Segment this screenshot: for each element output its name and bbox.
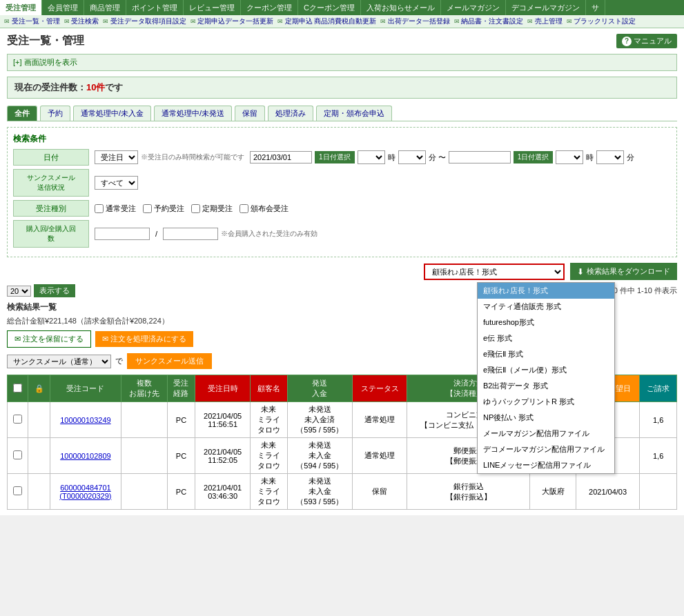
tab-on-hold[interactable]: 保留	[235, 106, 265, 121]
nav-item-mailmag[interactable]: メールマガジン	[441, 0, 506, 15]
time-to-m[interactable]	[596, 150, 624, 164]
manual-button[interactable]: マニュアル	[616, 34, 677, 48]
th-datetime: 受注日時	[195, 375, 250, 402]
dd-item-9[interactable]: メールマガジン配信用ファイル	[478, 426, 614, 441]
status-prefix: 現在の受注件数：	[14, 82, 86, 92]
row3-shipping: 未発送未入金（593 / 595）	[287, 474, 352, 510]
dd-item-8[interactable]: NP後払い 形式	[478, 410, 614, 426]
select-all-checkbox[interactable]	[13, 384, 22, 393]
thanks-mail-search-row: サンクスメール送信状況 すべて	[13, 169, 671, 197]
dd-item-0[interactable]: 顧張れ♪店長！形式	[478, 283, 614, 299]
subnav-order-data-settings[interactable]: 受注データ取得項目設定	[101, 17, 188, 26]
thanks-mail-select[interactable]: サンクスメール（通常）	[7, 355, 111, 368]
subnav-blacklist[interactable]: ブラックリスト設定	[565, 17, 638, 26]
download-button[interactable]: 検索結果をダウンロード	[570, 263, 677, 280]
expand-panel[interactable]: [+] 画面説明を表示	[7, 54, 677, 71]
checkbox-periodic-order[interactable]	[191, 204, 200, 213]
subnav-periodic-bulk[interactable]: 定期申込データ一括更新	[189, 17, 275, 26]
order-type-normal[interactable]: 通常受注	[95, 203, 136, 214]
tab-processed[interactable]: 処理済み	[268, 106, 313, 121]
date-search-row: 日付 受注日 ※受注日のみ時間検索が可能です 1日付選択 時 分 〜 1日付選択…	[13, 149, 671, 166]
row1-code-link[interactable]: 100000103249	[60, 416, 110, 424]
row1-checkbox[interactable]	[13, 415, 22, 424]
dd-item-6[interactable]: B2出荷データ 形式	[478, 378, 614, 394]
subnav-sales[interactable]: 売上管理	[526, 17, 564, 26]
per-page-select[interactable]: 20	[7, 286, 31, 297]
time-from-m[interactable]	[398, 150, 426, 164]
nav-item-product[interactable]: 商品管理	[84, 0, 126, 15]
page-title: 受注一覧・管理	[7, 34, 84, 48]
nav-item-member[interactable]: 会員管理	[42, 0, 84, 15]
th-status: ステータス	[353, 375, 407, 402]
row3-multi	[121, 474, 167, 510]
row3-code-extra-link[interactable]: (T0000020329)	[59, 492, 111, 500]
row2-status: 通常処理	[353, 438, 407, 474]
checkbox-hanpukai-order[interactable]	[240, 204, 248, 213]
subnav-shipping-bulk[interactable]: 出荷データ一括登録	[379, 17, 451, 26]
nav-item-order[interactable]: 受注管理	[0, 0, 42, 15]
subnav-order-search[interactable]: 受注検索	[63, 17, 101, 26]
dd-item-5[interactable]: e飛伝Ⅱ（メール便）形式	[478, 362, 614, 378]
row2-customer: 未来ミライタロウ	[250, 438, 287, 474]
date-from-input[interactable]	[250, 151, 312, 163]
checkbox-normal-order[interactable]	[95, 204, 104, 213]
tab-bar: 全件 予約 通常処理中/未入金 通常処理中/未発送 保留 処理済み 定期・頒布会…	[7, 106, 677, 121]
subnav-invoice-settings[interactable]: 納品書・注文書設定	[453, 17, 525, 26]
dd-item-3[interactable]: e伝 形式	[478, 330, 614, 346]
tab-all[interactable]: 全件	[7, 106, 37, 121]
thanks-mail-status-select[interactable]: すべて	[95, 176, 138, 190]
nav-item-review[interactable]: レビュー管理	[184, 0, 241, 15]
tab-processing-unshipped[interactable]: 通常処理中/未発送	[154, 106, 232, 121]
nav-item-sa[interactable]: サ	[586, 0, 605, 15]
row3-checkbox[interactable]	[13, 486, 22, 495]
purchase-from-input[interactable]	[95, 228, 150, 240]
order-type-row: 受注種別 通常受注 予約受注 定期受注 頒布会受注	[13, 200, 671, 217]
purchase-to-input[interactable]	[163, 228, 218, 240]
display-button[interactable]: 表示する	[34, 284, 75, 297]
reserve-button[interactable]: 注文を保留にする	[7, 330, 91, 348]
tab-reserved[interactable]: 予約	[40, 106, 70, 121]
date-to-input[interactable]	[449, 151, 511, 163]
row3-lock	[28, 474, 50, 510]
date-type-select[interactable]: 受注日	[95, 150, 138, 164]
purchase-count-label: 購入回/全購入回数	[13, 220, 89, 248]
thanks-mail-button[interactable]: サンクスメール送信	[127, 353, 212, 369]
date-from-picker[interactable]: 1日付選択	[315, 151, 355, 163]
nav-item-coupon-c[interactable]: Cクーポン管理	[298, 0, 361, 15]
time-to-h[interactable]	[556, 150, 583, 164]
dd-item-10[interactable]: デコメールマガジン配信用ファイル	[478, 441, 614, 457]
download-row: 顧張れ♪店長！形式 検索結果をダウンロード 顧張れ♪店長！形式 マイティ通信販売…	[7, 263, 677, 280]
nav-item-restock[interactable]: 入荷お知らせメール	[361, 0, 441, 15]
tab-periodic[interactable]: 定期・頒布会申込	[316, 106, 392, 121]
nav-item-decomail[interactable]: デコメールマガジン	[506, 0, 586, 15]
row3-datetime: 2021/04/0103:46:30	[195, 474, 250, 510]
process-button[interactable]: 注文を処理済みにする	[95, 331, 193, 347]
order-type-reserved[interactable]: 予約受注	[143, 203, 184, 214]
time-from-h[interactable]	[358, 150, 385, 164]
row3-dest: 大阪府	[530, 474, 576, 510]
dd-item-4[interactable]: e飛伝Ⅱ 形式	[478, 346, 614, 362]
checkbox-reserved-order[interactable]	[143, 204, 152, 213]
row2-code-link[interactable]: 100000102809	[60, 452, 110, 460]
subnav-order-list[interactable]: 受注一覧・管理	[3, 17, 61, 26]
subnav-periodic-tax[interactable]: 定期申込 商品消費税自動更新	[276, 17, 378, 26]
tab-processing-unpaid[interactable]: 通常処理中/未入金	[73, 106, 151, 121]
nav-item-coupon[interactable]: クーポン管理	[241, 0, 298, 15]
row2-shipping: 未発送未入金（594 / 595）	[287, 438, 352, 474]
row2-code: 100000102809	[50, 438, 121, 474]
order-type-periodic[interactable]: 定期受注	[191, 203, 233, 214]
row2-checkbox[interactable]	[13, 450, 22, 459]
dd-item-11[interactable]: LINEメッセージ配信用ファイル	[478, 457, 614, 473]
date-to-picker[interactable]: 1日付選択	[514, 151, 554, 163]
nav-item-point[interactable]: ポイント管理	[126, 0, 184, 15]
dd-item-1[interactable]: マイティ通信販売 形式	[478, 299, 614, 315]
order-type-hanpukai[interactable]: 頒布会受注	[240, 203, 289, 214]
download-format-select[interactable]: 顧張れ♪店長！形式	[425, 265, 563, 279]
row2-route: PC	[167, 438, 195, 474]
row2-datetime: 2021/04/0511:52:05	[195, 438, 250, 474]
th-customer: 顧客名	[250, 375, 287, 402]
row3-code-link[interactable]: 600000484701	[60, 484, 110, 492]
dd-item-7[interactable]: ゆうパックプリントR 形式	[478, 394, 614, 410]
row1-lock	[28, 402, 50, 438]
dd-item-2[interactable]: futureshop形式	[478, 315, 614, 330]
